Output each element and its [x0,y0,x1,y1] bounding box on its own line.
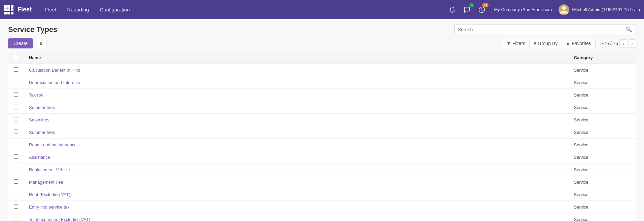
select-all-header[interactable] [8,51,24,64]
row-checkbox-cell[interactable] [8,126,24,139]
row-checkbox[interactable] [14,217,18,221]
table-body: Calculation Benefit In Kind Service Depr… [8,64,636,221]
chat-btn[interactable]: 6 [462,4,472,15]
table-row: Depreciation and Interests Service [8,76,636,89]
table-row: Tax roll Service [8,89,636,101]
prev-page-button[interactable]: ‹ [619,39,627,48]
notification-bell-btn[interactable] [447,4,458,15]
row-name[interactable]: Management Fee [24,176,569,188]
row-name[interactable]: Total expenses (Excluding VAT) [24,213,569,221]
row-checkbox-cell[interactable] [8,76,24,89]
favorites-label: Favorites [572,41,591,46]
row-name[interactable]: Summer tires [24,101,569,114]
row-category: Service [569,114,636,126]
apps-icon[interactable] [4,5,13,14]
row-checkbox-cell[interactable] [8,163,24,176]
row-name[interactable]: Replacement Vehicle [24,163,569,176]
nav-link-configuration[interactable]: Configuration [96,5,134,14]
create-button[interactable]: Create [8,38,33,48]
row-checkbox-cell[interactable] [8,151,24,163]
filters-label: Filters [512,41,525,46]
row-category: Service [569,213,636,221]
filter-icon: ▼ [506,41,511,46]
row-category: Service [569,101,636,114]
row-name[interactable]: Calculation Benefit In Kind [24,64,569,76]
row-name[interactable]: Depreciation and Interests [24,76,569,89]
row-name[interactable]: Summer tires [24,126,569,139]
table-row: Replacement Vehicle Service [8,163,636,176]
toolbar: Create ⬇ ▼ Filters ≡ Group By ★ Favorite… [8,38,636,48]
select-all-checkbox[interactable] [14,55,18,59]
row-name[interactable]: Tax roll [24,89,569,101]
row-category: Service [569,176,636,188]
table-row: Assistance Service [8,151,636,163]
page-title: Service Types [8,25,57,34]
groupby-icon: ≡ [534,41,536,46]
row-checkbox[interactable] [14,67,18,72]
table-wrapper: Name Category Calculation Benefit In Kin… [8,51,636,221]
table-row: Total expenses (Excluding VAT) Service [8,213,636,221]
row-checkbox-cell[interactable] [8,64,24,76]
table-row: Snow tires Service [8,114,636,126]
filters-button[interactable]: ▼ Filters [502,39,530,48]
favorites-button[interactable]: ★ Favorites [562,39,596,48]
row-category: Service [569,89,636,101]
pagination-count: 1-76 / 76 [600,41,618,46]
row-checkbox[interactable] [14,179,18,184]
row-name[interactable]: Rent (Excluding VAT) [24,188,569,201]
row-checkbox[interactable] [14,92,18,97]
avatar[interactable] [559,4,569,15]
navbar: Fleet Fleet Reporting Configuration 6 21… [0,0,644,19]
row-name[interactable]: Assistance [24,151,569,163]
row-checkbox-cell[interactable] [8,89,24,101]
row-category: Service [569,188,636,201]
row-checkbox[interactable] [14,204,18,209]
row-checkbox[interactable] [14,154,18,159]
row-checkbox-cell[interactable] [8,213,24,221]
row-name[interactable]: Snow tires [24,114,569,126]
search-input[interactable] [458,27,625,32]
row-checkbox-cell[interactable] [8,176,24,188]
user-name[interactable]: Mitchell Admin (11602491-15-0-all) [572,7,640,12]
row-category: Service [569,64,636,76]
groupby-button[interactable]: ≡ Group By [530,39,562,48]
row-checkbox-cell[interactable] [8,188,24,201]
row-checkbox[interactable] [14,167,18,171]
pagination: 1-76 / 76 ‹ › [600,39,636,48]
search-bar[interactable]: 🔍 [454,25,636,34]
brand-logo[interactable]: Fleet [17,6,32,13]
row-checkbox[interactable] [14,105,18,109]
next-page-button[interactable]: › [629,39,636,48]
row-name[interactable]: Entry into service tax [24,201,569,213]
download-button[interactable]: ⬇ [36,39,46,48]
row-checkbox-cell[interactable] [8,114,24,126]
star-icon: ★ [566,41,570,46]
nav-link-fleet[interactable]: Fleet [41,5,60,14]
row-category: Service [569,139,636,151]
nav-link-reporting[interactable]: Reporting [63,5,93,14]
table-row: Repair and maintenance Service [8,139,636,151]
row-checkbox-cell[interactable] [8,101,24,114]
row-category: Service [569,76,636,89]
row-category: Service [569,163,636,176]
row-name[interactable]: Repair and maintenance [24,139,569,151]
table-row: Rent (Excluding VAT) Service [8,188,636,201]
table-header-row: Name Category [8,51,636,64]
row-checkbox[interactable] [14,142,18,146]
row-checkbox-cell[interactable] [8,201,24,213]
row-checkbox[interactable] [14,117,18,121]
search-icon[interactable]: 🔍 [625,26,632,33]
table-row: Entry into service tax Service [8,201,636,213]
column-header-name[interactable]: Name [24,51,569,64]
row-checkbox[interactable] [14,80,18,84]
column-header-category[interactable]: Category [569,51,636,64]
row-checkbox[interactable] [14,192,18,196]
service-types-table: Name Category Calculation Benefit In Kin… [8,51,636,221]
row-category: Service [569,151,636,163]
company-name[interactable]: My Company (San Francisco) [494,7,552,12]
row-checkbox-cell[interactable] [8,139,24,151]
table-row: Management Fee Service [8,176,636,188]
row-checkbox[interactable] [14,130,18,134]
row-category: Service [569,201,636,213]
activity-btn[interactable]: 21 [476,4,487,15]
